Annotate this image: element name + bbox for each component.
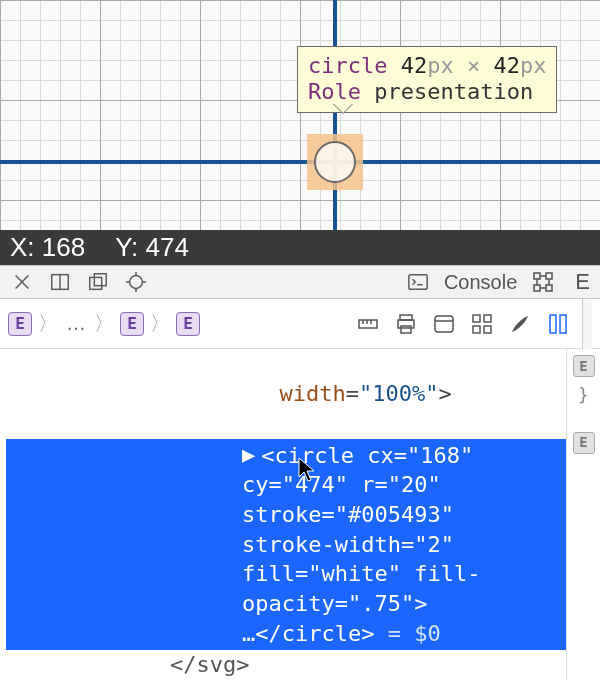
close-icon[interactable] bbox=[10, 270, 34, 294]
tooltip-height-unit: px bbox=[520, 53, 547, 78]
ruler-icon[interactable] bbox=[354, 310, 382, 338]
inspect-target-icon[interactable] bbox=[124, 270, 148, 294]
sidebar-chip[interactable]: E bbox=[573, 355, 595, 377]
tooltip-height: 42 bbox=[493, 53, 520, 78]
print-icon[interactable] bbox=[392, 310, 420, 338]
svg-rect-32 bbox=[550, 315, 556, 333]
panel-toggle-icon[interactable] bbox=[544, 310, 572, 338]
svg-rect-26 bbox=[435, 316, 453, 332]
console-toggle-icon[interactable] bbox=[406, 270, 430, 294]
svg-rect-31 bbox=[484, 326, 491, 333]
chevron-right-icon: 〉 bbox=[38, 310, 58, 337]
chevron-right-icon: 〉 bbox=[94, 310, 114, 337]
dom-line[interactable]: opacity=".75"> bbox=[24, 589, 566, 619]
window-icon[interactable] bbox=[430, 310, 458, 338]
tooltip-role-value: presentation bbox=[374, 79, 533, 104]
svg-rect-11 bbox=[534, 273, 540, 279]
tooltip-width: 42 bbox=[401, 53, 428, 78]
svg-rect-9 bbox=[409, 275, 427, 290]
brush-icon[interactable] bbox=[506, 310, 534, 338]
dom-line[interactable]: fill="white" fill- bbox=[24, 559, 566, 589]
dom-line[interactable]: stroke-width="2" bbox=[24, 530, 566, 560]
svg-rect-25 bbox=[401, 326, 411, 333]
grid-major bbox=[0, 0, 600, 230]
sidebar-chip[interactable]: E bbox=[573, 432, 595, 454]
dom-line[interactable]: cy="474" r="20" bbox=[24, 470, 566, 500]
dom-line[interactable]: …</circle> = $0 bbox=[24, 619, 566, 649]
dom-line[interactable]: ▶<circle cx="168" bbox=[24, 441, 566, 471]
elements-toolbar: E 〉 … 〉 E 〉 E bbox=[0, 299, 600, 349]
tooltip-width-unit: px bbox=[427, 53, 454, 78]
chevron-right-icon: 〉 bbox=[150, 310, 170, 337]
breadcrumb-ellipsis[interactable]: … bbox=[64, 312, 88, 335]
svg-rect-12 bbox=[546, 273, 552, 279]
tooltip-tag: circle bbox=[308, 53, 387, 78]
svg-rect-13 bbox=[534, 285, 540, 291]
tooltip-role-label: Role bbox=[308, 79, 361, 104]
page-viewport[interactable]: circle 42px × 42px Role presentation bbox=[0, 0, 600, 230]
coord-y: Y: 474 bbox=[115, 232, 189, 263]
styles-sidebar[interactable]: E } E bbox=[566, 349, 600, 680]
axis-horizontal bbox=[0, 160, 600, 164]
grid-icon[interactable] bbox=[468, 310, 496, 338]
svg-rect-19 bbox=[359, 320, 377, 328]
layout-tree-icon[interactable] bbox=[531, 270, 555, 294]
dom-selected-node[interactable]: ▶<circle cx="168" cy="474" r="20" stroke… bbox=[6, 439, 566, 651]
dom-line[interactable]: width="100%"> bbox=[0, 349, 566, 438]
breadcrumb[interactable]: E 〉 … 〉 E 〉 E bbox=[8, 310, 200, 337]
coordinate-readout: X: 168 Y: 474 bbox=[0, 230, 600, 265]
breadcrumb-chip[interactable]: E bbox=[176, 312, 200, 336]
svg-rect-28 bbox=[473, 315, 480, 322]
svg-rect-30 bbox=[473, 326, 480, 333]
breadcrumb-chip[interactable]: E bbox=[8, 312, 32, 336]
coord-x: X: 168 bbox=[10, 232, 85, 263]
dom-line[interactable]: </svg> bbox=[0, 650, 566, 680]
dom-line[interactable]: stroke="#005493" bbox=[24, 500, 566, 530]
sidebar-tab[interactable] bbox=[582, 299, 592, 349]
svg-point-4 bbox=[130, 276, 143, 289]
svg-rect-29 bbox=[484, 315, 491, 322]
svg-rect-2 bbox=[90, 278, 102, 290]
dock-popout-icon[interactable] bbox=[86, 270, 110, 294]
svg-rect-14 bbox=[546, 285, 552, 291]
svg-rect-33 bbox=[560, 315, 566, 333]
selection-ref: = $0 bbox=[374, 621, 440, 646]
dom-tree[interactable]: width="100%"> ▶<circle cx="168" cy="474"… bbox=[0, 349, 600, 680]
svg-circle-node[interactable] bbox=[314, 141, 356, 183]
expand-arrow-icon[interactable]: ▶ bbox=[242, 440, 255, 470]
inspect-tooltip: circle 42px × 42px Role presentation bbox=[297, 46, 557, 113]
tooltip-times: × bbox=[467, 53, 480, 78]
dock-side-icon[interactable] bbox=[48, 270, 72, 294]
devtools-toolbar: Console E bbox=[0, 265, 600, 299]
sidebar-brace: } bbox=[578, 383, 589, 407]
mouse-cursor-icon bbox=[298, 457, 318, 483]
console-tab-label[interactable]: Console bbox=[444, 271, 517, 294]
breadcrumb-chip[interactable]: E bbox=[120, 312, 144, 336]
svg-rect-3 bbox=[94, 274, 106, 286]
panel-letter: E bbox=[575, 269, 590, 295]
